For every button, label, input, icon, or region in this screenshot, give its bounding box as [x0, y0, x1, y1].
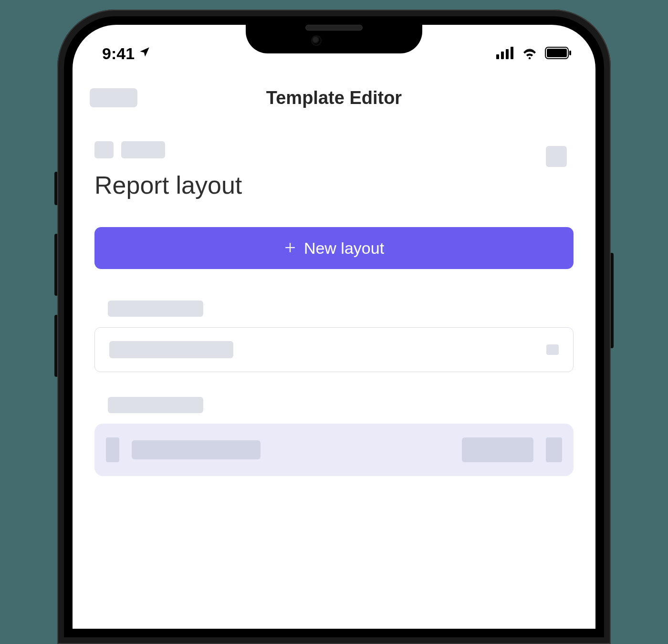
battery-icon [545, 44, 572, 63]
svg-rect-3 [511, 47, 513, 59]
field-label [108, 301, 203, 317]
layout-item[interactable] [94, 424, 574, 476]
svg-rect-5 [547, 49, 567, 57]
location-icon [138, 46, 151, 62]
section-title: Report layout [94, 171, 574, 199]
new-layout-button[interactable]: New layout [94, 227, 574, 269]
new-layout-label: New layout [304, 239, 384, 258]
device-notch [246, 16, 422, 53]
svg-rect-1 [501, 52, 504, 59]
form-group-1 [94, 301, 574, 372]
svg-rect-0 [496, 54, 499, 59]
svg-rect-6 [569, 51, 571, 55]
content: Report layout New layout [73, 117, 595, 476]
layout-item-more-icon[interactable] [546, 437, 562, 462]
nav-bar: Template Editor [73, 78, 595, 117]
breadcrumb-label [121, 141, 165, 158]
select-value [109, 341, 233, 358]
breadcrumb [94, 141, 574, 158]
layout-item-action[interactable] [462, 437, 533, 462]
screen: 9:41 [73, 25, 595, 629]
plus-icon [284, 240, 296, 256]
form-group-2 [94, 397, 574, 476]
wifi-icon [521, 44, 538, 63]
status-time: 9:41 [102, 44, 135, 63]
field-label [108, 397, 203, 413]
nav-title: Template Editor [266, 88, 402, 108]
layout-item-title [132, 440, 261, 459]
chevron-down-icon [546, 344, 559, 355]
select-input[interactable] [94, 327, 574, 372]
drag-handle-icon[interactable] [106, 437, 119, 462]
cellular-icon [496, 44, 514, 63]
svg-rect-2 [506, 49, 509, 59]
breadcrumb-icon [94, 141, 114, 158]
nav-back-button[interactable] [90, 88, 137, 107]
header-action-button[interactable] [546, 146, 567, 167]
